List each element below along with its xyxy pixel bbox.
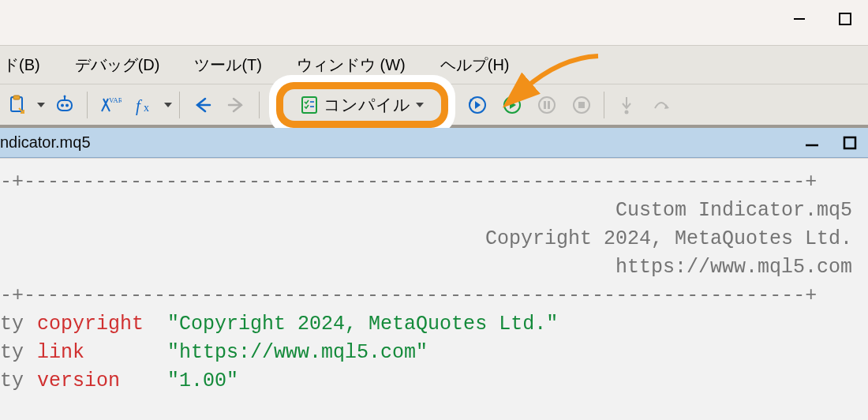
svg-text:x: x: [144, 102, 149, 114]
svg-rect-19: [548, 101, 550, 109]
svg-rect-18: [544, 101, 546, 109]
variable-icon[interactable]: VAR: [92, 88, 127, 122]
document-tabbar: ndicator.mq5: [0, 128, 868, 158]
compile-label: コンパイル: [324, 94, 410, 116]
document-tab-name[interactable]: ndicator.mq5: [0, 133, 91, 152]
toolbar-separator: [604, 92, 604, 118]
menu-tools[interactable]: ツール(T): [191, 54, 265, 76]
toolbar: VAR f x コンパイル: [0, 84, 868, 128]
function-icon[interactable]: f x: [127, 88, 162, 122]
svg-point-8: [64, 95, 66, 97]
toolbar-separator: [87, 92, 88, 118]
svg-rect-4: [58, 100, 72, 111]
comment-line: Copyright 2024, MetaQuotes Ltd.: [0, 225, 852, 253]
svg-point-5: [61, 103, 64, 107]
svg-rect-21: [578, 102, 585, 108]
svg-point-17: [539, 97, 555, 113]
paste-dropdown[interactable]: [35, 100, 47, 110]
svg-rect-12: [302, 97, 316, 113]
back-icon[interactable]: [185, 88, 219, 122]
svg-rect-3: [13, 96, 20, 99]
pause-debug-icon: [529, 88, 564, 122]
toolbar-separator: [259, 92, 260, 118]
copilot-icon[interactable]: [47, 88, 82, 122]
function-dropdown[interactable]: [162, 100, 174, 110]
compile-button-highlight: コンパイル: [269, 75, 455, 135]
header-comment-block: Custom Indicator.mq5 Copyright 2024, Met…: [0, 197, 859, 282]
code-line: ty version "1.00": [0, 367, 859, 396]
document-window-controls: [799, 129, 863, 156]
svg-text:VAR: VAR: [109, 96, 122, 104]
code-line: ty copyright "Copyright 2024, MetaQuotes…: [0, 310, 859, 339]
restart-debug-icon[interactable]: [460, 88, 495, 122]
step-over-icon: [644, 88, 679, 122]
minimize-button[interactable]: [776, 0, 822, 38]
comment-line: https://www.mql5.com: [0, 253, 852, 282]
toolbar-separator: [179, 92, 180, 118]
comment-divider: -+--------------------------------------…: [0, 168, 859, 197]
compile-dropdown-icon[interactable]: [415, 100, 425, 110]
code-line: ty link "https://www.mql5.com": [0, 339, 859, 367]
code-editor[interactable]: -+--------------------------------------…: [0, 158, 868, 420]
titlebar: [0, 0, 868, 46]
menu-help[interactable]: ヘルプ(H): [437, 54, 513, 76]
checklist-icon: [300, 96, 319, 114]
svg-rect-1: [840, 13, 851, 24]
menu-window[interactable]: ウィンドウ (W): [294, 54, 409, 76]
menu-build[interactable]: ド(B): [0, 54, 43, 76]
svg-point-6: [65, 103, 69, 107]
stop-debug-icon: [564, 88, 599, 122]
forward-icon: [219, 88, 254, 122]
menu-debug[interactable]: デバッグ(D): [72, 54, 163, 76]
window-controls: [776, 0, 868, 38]
doc-maximize-button[interactable]: [836, 129, 863, 156]
paste-icon[interactable]: [0, 88, 35, 122]
step-into-icon: [609, 88, 644, 122]
doc-minimize-button[interactable]: [799, 129, 825, 156]
comment-divider: -+--------------------------------------…: [0, 282, 859, 310]
comment-line: Custom Indicator.mq5: [0, 197, 852, 225]
maximize-button[interactable]: [822, 0, 868, 38]
svg-text:f: f: [136, 96, 143, 115]
start-debug-icon[interactable]: [495, 88, 529, 122]
compile-button[interactable]: コンパイル: [283, 89, 441, 121]
svg-rect-24: [844, 137, 855, 148]
svg-point-22: [625, 110, 629, 114]
